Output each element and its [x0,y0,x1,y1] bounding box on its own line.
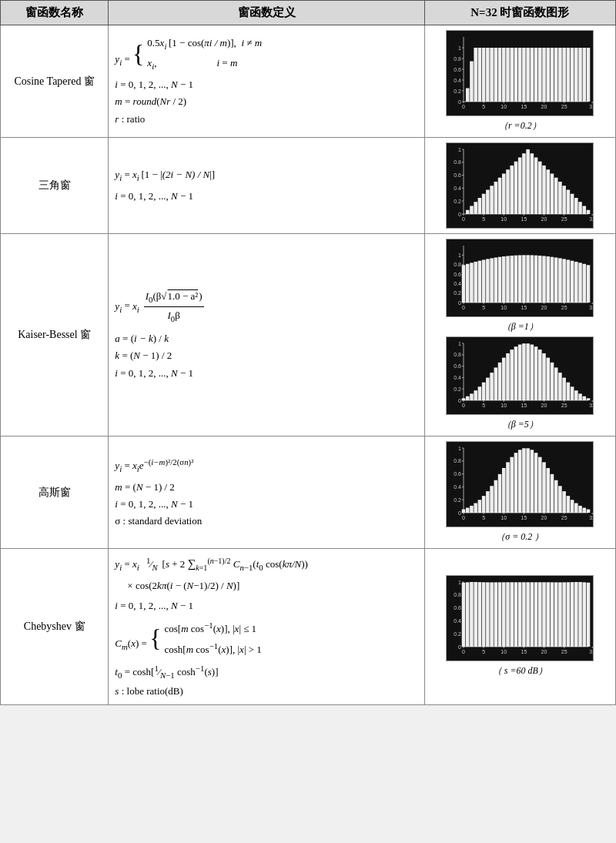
gauss-chart-label: （σ = 0.2 ） [496,530,544,544]
row-kaiser: Kaiser-Bessel 窗 yi = xi I0(β√1.0 − a²) I… [1,234,616,437]
kaiser-chart-cell: （β =1） （β =5） [424,234,615,437]
gauss-formula: yi = xie−(i−m)²/2(σn)² m = (N − 1) / 2 i… [109,437,424,549]
kaiser-name: Kaiser-Bessel 窗 [1,234,109,437]
row-cosine: Cosine Tapered 窗 yi = { 0.5xi [1 − cos(π… [1,25,616,138]
row-gauss: 高斯窗 yi = xie−(i−m)²/2(σn)² m = (N − 1) /… [1,437,616,549]
kaiser-label-beta1: （β =1） [502,320,538,333]
main-table: 窗函数名称 窗函数定义 N=32 时窗函数图形 Cosine Tapered 窗… [0,0,616,705]
triangle-name: 三角窗 [1,138,109,234]
chebyshev-chart-label: （ s =60 dB） [493,664,547,677]
chebyshev-name: Chebyshev 窗 [1,549,109,705]
triangle-formula: yi = xi [1 − |(2i − N) / N|] i = 0, 1, 2… [109,138,424,234]
header-formula: 窗函数定义 [109,1,424,25]
cosine-chart-label: （r =0.2） [499,119,541,132]
row-chebyshev: Chebyshev 窗 yi = xi 1⁄N [s + 2 ∑k=1(n−1)… [1,549,616,705]
cosine-chart-cell: （r =0.2） [424,25,615,138]
triangle-chart [446,142,594,229]
cosine-name: Cosine Tapered 窗 [1,25,109,138]
gauss-chart-cell: （σ = 0.2 ） [424,437,615,549]
kaiser-formula: yi = xi I0(β√1.0 − a²) I0β a = (i − k) /… [109,234,424,437]
cosine-formula: yi = { 0.5xi [1 − cos(πi / m)], i ≠ m xi… [109,25,424,138]
row-triangle: 三角窗 yi = xi [1 − |(2i − N) / N|] i = 0, … [1,138,616,234]
header-name: 窗函数名称 [1,1,109,25]
chebyshev-formula: yi = xi 1⁄N [s + 2 ∑k=1(n−1)/2 Cn−1(t0 c… [109,549,424,705]
chebyshev-chart [446,575,594,661]
cosine-chart [446,30,594,116]
kaiser-label-beta5: （β =5） [502,418,538,431]
kaiser-chart-beta1 [446,239,594,317]
table-container: 窗函数名称 窗函数定义 N=32 时窗函数图形 Cosine Tapered 窗… [0,0,616,705]
kaiser-chart-beta5 [446,336,594,415]
gauss-name: 高斯窗 [1,437,109,549]
gauss-chart [446,441,594,527]
header-chart: N=32 时窗函数图形 [424,1,615,25]
triangle-chart-cell [424,138,615,234]
chebyshev-chart-cell: （ s =60 dB） [424,549,615,705]
